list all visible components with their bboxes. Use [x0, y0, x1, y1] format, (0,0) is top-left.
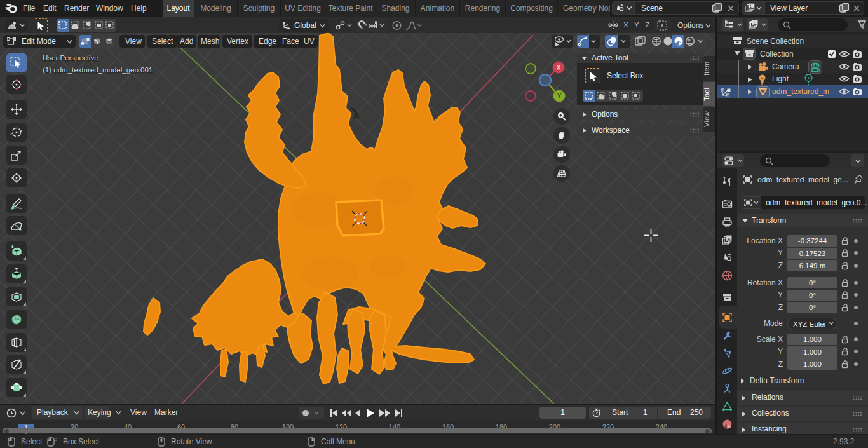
- svg-text:Y: Y: [557, 93, 562, 100]
- svg-text:X: X: [557, 64, 561, 71]
